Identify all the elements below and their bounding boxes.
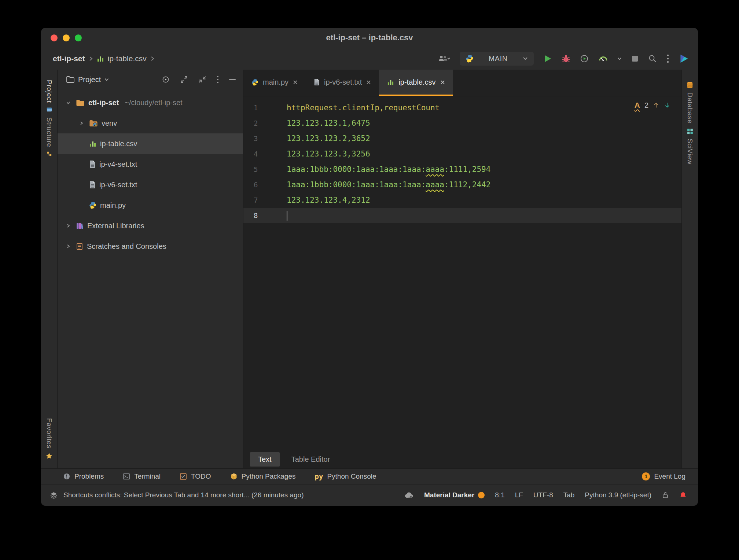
- code-text: 123.123.123.2,3652: [281, 134, 370, 143]
- editor-body[interactable]: 1 httpRequest.clientIp,requestCount 2 12…: [243, 96, 681, 450]
- tool-window-label: SciView: [686, 139, 694, 165]
- code-lines: 1 httpRequest.clientIp,requestCount 2 12…: [243, 96, 681, 223]
- close-tab-icon[interactable]: [366, 80, 371, 85]
- close-window-button[interactable]: [51, 34, 58, 41]
- tree-item-main-py[interactable]: main.py: [58, 195, 243, 215]
- tool-window-button-python-console[interactable]: py Python Console: [315, 472, 376, 480]
- editor-line-current[interactable]: 8: [243, 208, 681, 223]
- tool-window-label: Python Console: [327, 472, 376, 480]
- line-number: 2: [243, 119, 281, 127]
- project-panel: Project: [58, 70, 243, 468]
- csv-chart-icon: [97, 55, 104, 62]
- chevron-down-icon[interactable]: [104, 78, 109, 81]
- theme-widget[interactable]: Material Darker: [424, 491, 485, 499]
- unlock-icon[interactable]: [662, 491, 669, 499]
- chevron-expanded-icon[interactable]: [64, 100, 72, 105]
- editor-line[interactable]: 6 1aaa:1bbb:0000:1aaa:1aaa:1aaa:aaaa:111…: [243, 177, 681, 192]
- expand-all-icon[interactable]: [180, 75, 188, 84]
- view-tab-table-editor[interactable]: Table Editor: [283, 452, 338, 467]
- editor-line[interactable]: 5 1aaa:1bbb:0000:1aaa:1aaa:1aaa:aaaa:111…: [243, 162, 681, 177]
- tree-item-ip-v6-set-txt[interactable]: ip-v6-set.txt: [58, 174, 243, 195]
- theme-name: Material Darker: [424, 491, 474, 499]
- tab-main-py[interactable]: main.py: [243, 70, 306, 96]
- locate-file-icon[interactable]: [162, 75, 170, 84]
- tool-window-button-database[interactable]: Database: [686, 79, 694, 126]
- close-tab-icon[interactable]: [440, 80, 445, 85]
- tool-window-button-favorites[interactable]: Favorites: [45, 416, 53, 462]
- cloud-icon[interactable]: [404, 491, 414, 499]
- code-text: 1aaa:1bbb:0000:1aaa:1aaa:1aaa:aaaa:1112,…: [281, 180, 490, 189]
- zoom-window-button[interactable]: [75, 34, 82, 41]
- line-separator-widget[interactable]: LF: [515, 491, 523, 499]
- tab-label: ip-table.csv: [398, 78, 435, 86]
- tool-window-button-sciview[interactable]: SciView: [686, 126, 694, 167]
- chevron-down-icon[interactable]: [617, 57, 622, 60]
- caret-position-widget[interactable]: 8:1: [495, 491, 504, 499]
- project-panel-header: Project: [58, 70, 243, 89]
- status-message-area[interactable]: Shortcuts conflicts: Select Previous Tab…: [50, 491, 304, 499]
- interpreter-widget[interactable]: Python 3.9 (etl-ip-set): [585, 491, 651, 499]
- tool-window-label: Python Packages: [242, 472, 296, 480]
- run-configuration-select[interactable]: MAIN: [460, 52, 534, 66]
- editor-line[interactable]: 4 123.123.123.3,3256: [243, 146, 681, 162]
- tree-item-path: ~/cloudy/etl-ip-set: [125, 99, 182, 107]
- tab-ip-v6-set-txt[interactable]: ip-v6-set.txt: [306, 70, 379, 96]
- previous-highlight-icon[interactable]: [653, 102, 659, 108]
- notification-bell-icon[interactable]: [679, 491, 687, 499]
- tool-window-button-terminal[interactable]: Terminal: [123, 472, 161, 480]
- tree-item-ip-table-csv[interactable]: ip-table.csv: [58, 133, 243, 154]
- python-file-icon: [251, 79, 258, 86]
- typo-highlight: aaaa: [426, 165, 444, 174]
- profiler-button[interactable]: [580, 54, 589, 63]
- tool-window-label: Database: [686, 92, 694, 124]
- tool-window-button-python-packages[interactable]: Python Packages: [230, 472, 296, 480]
- breadcrumb-file[interactable]: ip-table.csv: [108, 54, 147, 63]
- collapse-all-icon[interactable]: [198, 75, 206, 84]
- editor-line[interactable]: 2 123.123.123.1,6475: [243, 115, 681, 131]
- chevron-collapsed-icon[interactable]: [64, 223, 72, 228]
- chevron-collapsed-icon[interactable]: [64, 244, 72, 249]
- tree-item-scratches[interactable]: Scratches and Consoles: [58, 236, 243, 257]
- editor-line[interactable]: 1 httpRequest.clientIp,requestCount: [243, 100, 681, 115]
- csv-chart-icon: [387, 79, 394, 86]
- inspections-widget[interactable]: A 2: [635, 101, 670, 110]
- layers-icon: [50, 491, 58, 499]
- tree-item-venv[interactable]: venv: [58, 113, 243, 133]
- minimize-window-button[interactable]: [63, 34, 70, 41]
- tool-window-button-problems[interactable]: Problems: [63, 472, 104, 480]
- breadcrumb-project[interactable]: etl-ip-set: [53, 54, 85, 63]
- editor-line[interactable]: 7 123.123.123.4,2312: [243, 192, 681, 208]
- coverage-gauge-button[interactable]: [598, 54, 608, 63]
- tree-item-root[interactable]: etl-ip-set ~/cloudy/etl-ip-set: [58, 92, 243, 113]
- kebab-menu-icon[interactable]: [666, 54, 669, 63]
- encoding-widget[interactable]: UTF-8: [533, 491, 553, 499]
- line-number: 8: [243, 211, 281, 220]
- search-everywhere-icon[interactable]: [648, 54, 657, 63]
- tool-window-button-event-log[interactable]: 1 Event Log: [642, 472, 685, 480]
- code-with-me-users-icon[interactable]: [438, 55, 450, 63]
- tree-item-external-libraries[interactable]: External Libraries: [58, 215, 243, 236]
- scratches-icon: [76, 243, 83, 250]
- view-tab-text[interactable]: Text: [250, 452, 280, 467]
- tool-window-button-todo[interactable]: TODO: [180, 472, 211, 480]
- hide-panel-icon[interactable]: [229, 79, 236, 80]
- tree-item-label: Scratches and Consoles: [87, 242, 166, 251]
- plugin-logo-icon[interactable]: [679, 54, 689, 64]
- tree-item-ip-v4-set-txt[interactable]: ip-v4-set.txt: [58, 154, 243, 174]
- line-number: 7: [243, 196, 281, 204]
- next-highlight-icon[interactable]: [664, 102, 670, 108]
- indent-widget[interactable]: Tab: [563, 491, 575, 499]
- code-text: [281, 211, 287, 221]
- run-button[interactable]: [543, 54, 552, 63]
- close-tab-icon[interactable]: [293, 80, 298, 85]
- tree-item-label: ip-v6-set.txt: [99, 181, 137, 189]
- debug-button[interactable]: [562, 54, 570, 63]
- chevron-collapsed-icon[interactable]: [77, 121, 85, 126]
- tool-window-button-project[interactable]: Project: [45, 78, 53, 115]
- stop-button[interactable]: [631, 55, 639, 62]
- project-panel-title[interactable]: Project: [78, 75, 101, 84]
- editor-line[interactable]: 3 123.123.123.2,3652: [243, 131, 681, 146]
- tab-ip-table-csv[interactable]: ip-table.csv: [379, 70, 453, 96]
- tool-window-button-structure[interactable]: Structure: [45, 115, 53, 159]
- kebab-menu-icon[interactable]: [217, 75, 219, 84]
